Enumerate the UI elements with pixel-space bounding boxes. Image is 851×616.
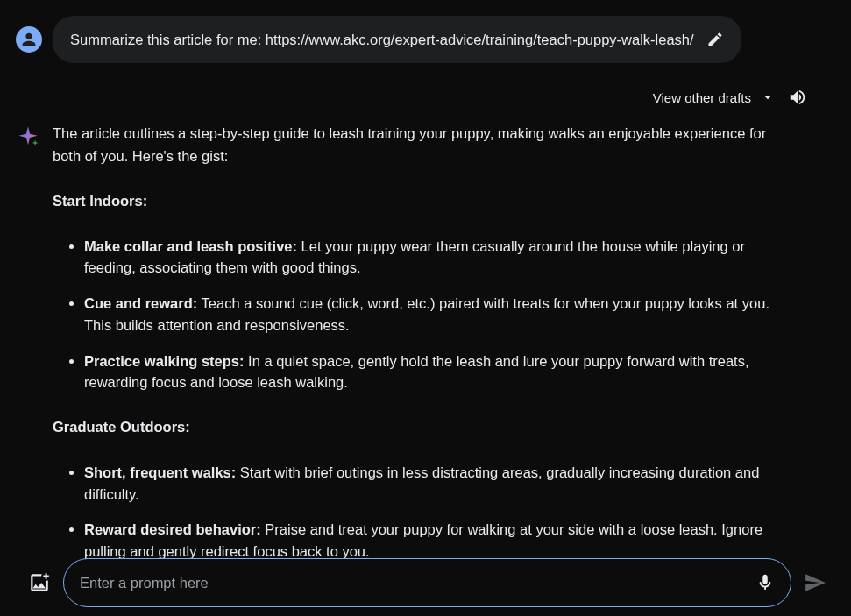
response-intro: The article outlines a step-by-step guid…: [53, 123, 798, 167]
list-item: Practice walking steps: In a quiet space…: [84, 350, 798, 394]
list-item: Make collar and leash positive: Let your…: [84, 236, 798, 280]
list-item: Cue and reward: Teach a sound cue (click…: [84, 293, 798, 336]
user-message-row: Summarize this article for me: https://w…: [16, 16, 833, 63]
user-message-text: Summarize this article for me: https://w…: [70, 32, 694, 48]
add-image-icon[interactable]: [28, 571, 51, 594]
speaker-icon[interactable]: [788, 88, 807, 107]
edit-icon[interactable]: [706, 31, 724, 48]
assistant-message-row: The article outlines a step-by-step guid…: [16, 123, 833, 585]
input-bar: [0, 558, 851, 607]
bullet-list: Short, frequent walks: Start with brief …: [53, 462, 798, 563]
assistant-response: The article outlines a step-by-step guid…: [53, 123, 798, 585]
assistant-avatar: [16, 124, 40, 149]
bullet-list: Make collar and leash positive: Let your…: [53, 236, 798, 394]
prompt-input-container[interactable]: [63, 558, 791, 607]
list-item: Short, frequent walks: Start with brief …: [84, 462, 798, 506]
section-title: Start Indoors:: [53, 190, 798, 213]
chevron-down-icon: [760, 89, 776, 105]
view-drafts-label: View other drafts: [653, 90, 751, 105]
section-title: Graduate Outdoors:: [53, 416, 798, 439]
response-header: View other drafts: [16, 88, 833, 107]
view-drafts-button[interactable]: View other drafts: [653, 89, 776, 105]
prompt-input[interactable]: [80, 575, 747, 591]
user-message-bubble: Summarize this article for me: https://w…: [53, 16, 741, 63]
microphone-icon[interactable]: [755, 573, 775, 592]
send-icon[interactable]: [804, 571, 826, 594]
list-item: Reward desired behavior: Praise and trea…: [84, 519, 798, 563]
user-avatar: [16, 26, 42, 53]
